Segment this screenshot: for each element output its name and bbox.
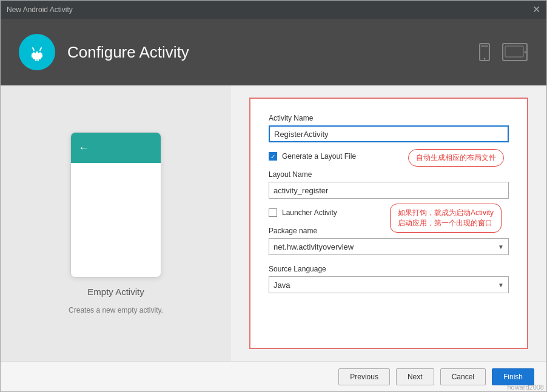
svg-rect-3 — [32, 53, 33, 58]
activity-type-desc: Creates a new empty activity. — [69, 306, 163, 314]
main-window: New Android Activity ✕ Configure Activit… — [0, 0, 547, 392]
generate-layout-row: Generate a Layout File 自动生成相应的布局文件 — [269, 152, 509, 161]
generate-layout-checkbox[interactable] — [269, 152, 277, 161]
svg-point-8 — [484, 58, 486, 60]
activity-type-label: Empty Activity — [87, 287, 144, 297]
previous-button[interactable]: Previous — [338, 368, 390, 385]
device-icons — [475, 41, 528, 63]
launcher-activity-row: Launcher Activity 如果打钩，就成为启动Activity 启动应… — [269, 208, 509, 217]
phone-top-bar: ← — [71, 133, 161, 163]
close-button[interactable]: ✕ — [532, 5, 540, 15]
layout-name-input[interactable] — [269, 182, 509, 199]
package-name-select[interactable]: net.hw.activityoverview — [269, 238, 509, 255]
activity-name-group: Activity Name — [269, 114, 509, 142]
android-logo-svg — [25, 40, 49, 64]
svg-rect-12 — [505, 46, 523, 57]
svg-point-2 — [38, 51, 40, 53]
launcher-activity-label: Launcher Activity — [282, 208, 337, 217]
launcher-annotation-line1: 如果打钩，就成为启动Activity — [398, 208, 494, 218]
svg-point-11 — [525, 51, 526, 53]
title-bar-left: New Android Activity — [7, 5, 73, 14]
header-section: Configure Activity — [1, 19, 546, 85]
back-arrow-icon: ← — [78, 142, 89, 154]
left-panel: ← Empty Activity Creates a new empty act… — [1, 85, 231, 361]
phone-body — [71, 163, 161, 277]
cancel-button[interactable]: Cancel — [440, 368, 486, 385]
phone-mockup: ← — [70, 132, 161, 277]
svg-rect-5 — [35, 58, 37, 61]
generate-layout-annotation: 自动生成相应的布局文件 — [408, 149, 504, 167]
svg-rect-6 — [38, 58, 39, 61]
activity-name-input[interactable] — [269, 125, 509, 142]
launcher-annotation-line2: 启动应用，第一个出现的窗口 — [398, 218, 494, 228]
right-panel: Activity Name Generate a Layout File 自动生… — [231, 85, 546, 361]
package-name-wrapper: net.hw.activityoverview ▼ — [269, 238, 509, 255]
launcher-activity-annotation: 如果打钩，就成为启动Activity 启动应用，第一个出现的窗口 — [390, 204, 502, 233]
launcher-activity-checkbox[interactable] — [269, 208, 277, 217]
android-logo — [19, 34, 55, 70]
layout-name-group: Layout Name — [269, 170, 509, 199]
title-bar: New Android Activity ✕ — [1, 1, 546, 19]
next-button[interactable]: Next — [396, 368, 434, 385]
generate-layout-label: Generate a Layout File — [282, 152, 356, 161]
window-title: New Android Activity — [7, 5, 73, 14]
content-area: ← Empty Activity Creates a new empty act… — [1, 85, 546, 361]
source-language-wrapper: Java Kotlin ▼ — [269, 276, 509, 293]
source-language-group: Source Language Java Kotlin ▼ — [269, 265, 509, 293]
source-language-select[interactable]: Java Kotlin — [269, 276, 509, 293]
svg-rect-4 — [41, 53, 42, 58]
phone-icon — [475, 41, 497, 63]
form-container: Activity Name Generate a Layout File 自动生… — [249, 98, 528, 349]
watermark: howard2008 — [504, 382, 547, 392]
tablet-icon — [502, 41, 528, 63]
header-title: Configure Activity — [67, 43, 463, 62]
activity-name-label: Activity Name — [269, 114, 509, 122]
svg-point-1 — [35, 51, 36, 53]
footer-bar: Previous Next Cancel Finish — [1, 361, 546, 391]
source-language-label: Source Language — [269, 265, 509, 273]
layout-name-label: Layout Name — [269, 170, 509, 179]
